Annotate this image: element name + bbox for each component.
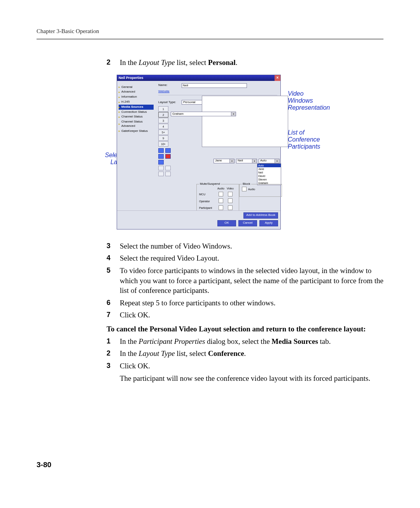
page-header: Chapter 3-Basic Operation xyxy=(37,28,383,35)
layout-option[interactable] xyxy=(165,148,171,153)
tree-arrow-icon: ▸ xyxy=(119,115,120,119)
step-text: Repeat step 5 to force participants to o… xyxy=(120,298,383,308)
window-count-5plus[interactable]: 5+ xyxy=(158,130,168,135)
website-link[interactable]: Website xyxy=(158,89,170,94)
dialog-title: Neil Properties xyxy=(119,76,144,80)
tree-arrow-icon: ▸ xyxy=(119,105,120,109)
mute-checkbox[interactable] xyxy=(219,205,223,210)
screenshot-figure: Selected Layout VideoWindowsRepresentati… xyxy=(105,75,383,234)
participant-select[interactable]: Auto▾ xyxy=(259,159,280,163)
block-audio-label: Audio xyxy=(248,187,255,191)
mute-suspend-legend: Mute/Suspend xyxy=(199,182,221,186)
step-number: 3 xyxy=(107,241,120,251)
tree-arrow-icon: ▸ xyxy=(119,100,120,104)
tree-arrow-icon: ▸ xyxy=(119,90,120,94)
window-count-4[interactable]: 4 xyxy=(158,124,168,129)
tree-arrow-icon: ▸ xyxy=(119,129,120,133)
cancel-subheading: To cancel the Personal Video Layout sele… xyxy=(107,324,383,334)
layout-option[interactable] xyxy=(158,172,164,176)
block-legend: Block xyxy=(242,182,251,186)
step-text: Select the number of Video Windows. xyxy=(120,241,383,251)
chevron-down-icon: ▾ xyxy=(252,159,257,163)
step-number: 2 xyxy=(107,349,120,359)
apply-button[interactable]: Apply xyxy=(259,220,278,226)
mute-checkbox[interactable] xyxy=(219,192,223,196)
window-count-9[interactable]: 9 xyxy=(158,135,168,141)
tree-item-label: H.245 xyxy=(121,100,130,104)
participant-option[interactable]: Steven xyxy=(257,178,281,181)
step-number: 1 xyxy=(107,336,120,347)
dialog-footer: Add to Address Book OK Cancel Apply xyxy=(117,210,280,229)
window-count-1[interactable]: 1 xyxy=(158,106,168,112)
participant-properties-dialog: Neil Properties × ▸General▸Advanced▸Info… xyxy=(117,75,281,229)
step-number: 4 xyxy=(107,253,120,263)
window-count-10plus[interactable]: 10+ xyxy=(158,141,168,147)
mute-header: Video xyxy=(226,187,235,190)
tree-item-label: General xyxy=(121,85,132,89)
step-text: Select the required Video Layout. xyxy=(120,253,383,263)
step-number: 6 xyxy=(107,298,120,308)
mute-checkbox[interactable] xyxy=(219,198,223,203)
participant-option[interactable]: Auto xyxy=(257,164,281,167)
dialog-form-pane: Name: Website Layout Type: Personal▾ xyxy=(155,81,280,210)
step-text: In the Layout Type list, select Personal… xyxy=(120,58,383,68)
layout-option[interactable] xyxy=(165,172,171,176)
tree-item-general[interactable]: ▸General xyxy=(119,85,154,90)
dialog-nav-tree: ▸General▸Advanced▸Information▸H.245▸Medi… xyxy=(117,81,155,210)
layout-option[interactable] xyxy=(158,154,164,159)
tree-item-connection-status[interactable]: ▸Connection Status xyxy=(119,110,154,115)
tail-paragraph: The participant will now see the confere… xyxy=(120,373,383,384)
step-text: In the Participant Properties dialog box… xyxy=(120,336,383,347)
tree-item-label: Advanced xyxy=(121,90,135,94)
mute-header: Audio xyxy=(216,187,226,190)
dialog-titlebar: Neil Properties × xyxy=(117,75,280,81)
layout-option[interactable] xyxy=(158,160,164,165)
layout-option[interactable] xyxy=(158,166,164,170)
participant-option[interactable]: David xyxy=(257,174,281,178)
mute-checkbox[interactable] xyxy=(228,192,233,196)
tree-item-channel-status-advanced[interactable]: ▸Channel Status Advanced xyxy=(119,119,154,129)
chevron-down-icon: ▾ xyxy=(229,159,234,163)
tree-item-label: Connection Status xyxy=(121,110,147,114)
tree-item-media-sources[interactable]: ▸Media Sources xyxy=(119,105,154,110)
close-button[interactable]: × xyxy=(275,75,280,81)
mute-row-label: Operator xyxy=(199,200,216,203)
step-text: In the Layout Type list, select Conferen… xyxy=(120,349,383,359)
participant-option[interactable]: Neil xyxy=(257,171,281,174)
tree-item-label: Information xyxy=(121,95,137,99)
annotation-video-windows: VideoWindowsRepresentation xyxy=(288,90,350,112)
ok-button[interactable]: OK xyxy=(217,220,236,226)
mute-checkbox[interactable] xyxy=(228,198,233,203)
participant-option[interactable]: Jane xyxy=(257,167,281,171)
layout-option-selected[interactable] xyxy=(165,154,171,159)
cancel-button[interactable]: Cancel xyxy=(238,220,257,226)
mute-row-label: Participant xyxy=(199,206,216,210)
layout-option[interactable] xyxy=(165,166,171,170)
tree-item-gatekeeper-status[interactable]: ▸GateKeeper Status xyxy=(119,129,154,134)
name-input[interactable] xyxy=(182,83,247,88)
participant-select[interactable]: Jane▾ xyxy=(214,159,234,163)
window-count-2[interactable]: 2 xyxy=(158,112,168,117)
tree-item-information[interactable]: ▸Information xyxy=(119,95,154,100)
tree-item-label: Media Sources xyxy=(121,105,143,109)
participant-select[interactable]: Neil▾ xyxy=(236,159,257,163)
tree-item-label: GateKeeper Status xyxy=(121,129,148,133)
mute-checkbox[interactable] xyxy=(228,205,233,210)
step-number: 7 xyxy=(107,310,120,320)
step-number: 5 xyxy=(107,266,120,296)
tree-arrow-icon: ▸ xyxy=(119,110,120,114)
step-text: To video force participants to windows i… xyxy=(120,266,383,296)
tree-item-channel-status[interactable]: ▸Channel Status xyxy=(119,114,154,119)
row-2-participant-select[interactable]: Graham▾ xyxy=(171,112,236,116)
block-group: Block Audio xyxy=(239,182,282,197)
chevron-down-icon: ▾ xyxy=(231,112,236,116)
window-count-3[interactable]: 3 xyxy=(158,118,168,123)
layout-option[interactable] xyxy=(158,148,164,153)
annotation-participants: List ofConferenceParticipants xyxy=(288,129,350,151)
tree-item-advanced[interactable]: ▸Advanced xyxy=(119,89,154,95)
tree-item-h-245[interactable]: ▸H.245 xyxy=(119,100,154,105)
block-audio-checkbox[interactable] xyxy=(242,187,247,191)
add-to-address-book-button[interactable]: Add to Address Book xyxy=(243,212,278,219)
name-label: Name: xyxy=(158,83,179,88)
chevron-down-icon: ▾ xyxy=(275,159,279,163)
